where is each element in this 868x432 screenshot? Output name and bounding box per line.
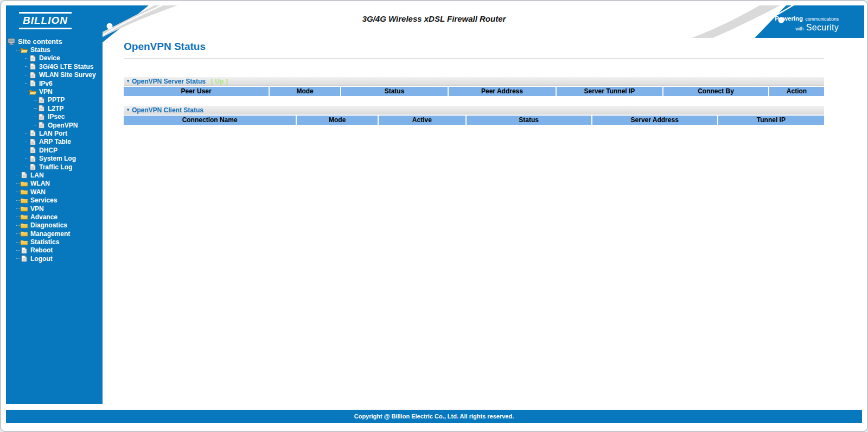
page-icon	[29, 147, 37, 154]
tagline-with: with	[795, 26, 803, 31]
main-content: OpenVPN Status ▼ OpenVPN Server Status […	[103, 38, 863, 125]
footer-copyright: Copyright @ Billion Electric Co., Ltd. A…	[6, 410, 862, 423]
sidebar-root-site-contents[interactable]: Site contents	[6, 37, 103, 46]
page-icon	[20, 171, 28, 179]
window-frame: 3G/4G Wireless xDSL Firewall Router Powe…	[0, 0, 868, 432]
folder-icon	[20, 188, 28, 195]
sidebar-item-arp-table[interactable]: ARP Table	[6, 138, 103, 146]
column-header-tunnel-ip: Tunnel IP	[718, 116, 824, 125]
page-icon	[20, 247, 28, 254]
server-status-badge: [ Up ]	[211, 78, 228, 85]
page-icon	[29, 72, 37, 79]
sidebar-item-traffic-log[interactable]: Traffic Log	[6, 163, 103, 171]
sidebar-item-system-log[interactable]: System Log	[6, 154, 103, 162]
folder-icon	[20, 230, 28, 237]
page-icon	[37, 97, 46, 104]
folder-icon	[20, 205, 28, 212]
sidebar-item-logout[interactable]: Logout	[6, 255, 103, 263]
tagline-powering: Powering	[775, 15, 803, 22]
sidebar-item-management[interactable]: Management	[6, 230, 103, 238]
page-icon	[29, 63, 37, 70]
folder-icon	[20, 180, 28, 187]
page-icon	[29, 130, 37, 137]
folder-icon	[20, 239, 28, 246]
page-icon	[37, 105, 46, 112]
openvpn-client-status-section-header[interactable]: ▼ OpenVPN Client Status	[124, 106, 824, 115]
client-section-title: OpenVPN Client Status	[132, 106, 203, 114]
brand-tagline: Powering communications with Security	[775, 14, 839, 34]
sidebar-item-lan[interactable]: LAN	[6, 171, 103, 179]
sidebar-item-pptp[interactable]: PPTP	[6, 96, 103, 104]
page-icon	[29, 155, 37, 162]
page-icon	[29, 80, 37, 87]
sidebar-item-wlan-site-survey[interactable]: WLAN Site Survey	[6, 71, 103, 79]
sidebar-item-vpn[interactable]: VPN	[6, 205, 103, 213]
client-table-header-row: Connection Name Mode Active Status Serve…	[124, 116, 824, 125]
collapse-triangle-icon: ▼	[126, 108, 130, 112]
page-icon	[37, 113, 46, 120]
page-icon	[37, 122, 46, 129]
sidebar-item-ipv6[interactable]: IPv6	[6, 79, 103, 87]
column-header-active: Active	[379, 116, 465, 125]
router-model-title: 3G/4G Wireless xDSL Firewall Router	[1, 14, 867, 23]
tagline-communications: communications	[806, 16, 839, 22]
folder-icon	[20, 222, 28, 229]
sidebar-item-wlan[interactable]: WLAN	[6, 180, 103, 188]
folder-icon	[20, 213, 28, 220]
openvpn-server-status-section-header[interactable]: ▼ OpenVPN Server Status [ Up ]	[124, 77, 824, 86]
server-table-header-row: Peer User Mode Status Peer Address Serve…	[124, 87, 824, 96]
sidebar-item-statistics[interactable]: Statistics	[6, 238, 103, 246]
sidebar-item-vpn-status[interactable]: VPN	[6, 87, 103, 96]
folder-open-icon	[20, 47, 28, 54]
column-header-status: Status	[467, 116, 591, 125]
sidebar-item-dhcp[interactable]: DHCP	[6, 146, 103, 154]
sidebar-item-wan[interactable]: WAN	[6, 188, 103, 196]
sidebar-item-3g4g-lte-status[interactable]: 3G/4G LTE Status	[6, 62, 103, 71]
column-header-server-address: Server Address	[592, 116, 717, 125]
server-section-title: OpenVPN Server Status	[132, 78, 206, 85]
sidebar-item-diagnostics[interactable]: Diagnostics	[6, 221, 103, 230]
sidebar-item-l2tp[interactable]: L2TP	[6, 104, 103, 112]
sidebar-item-services[interactable]: Services	[6, 196, 103, 204]
sidebar-item-status[interactable]: Status	[6, 46, 103, 54]
tagline-security: Security	[806, 23, 839, 32]
folder-open-icon	[29, 88, 37, 96]
column-header-server-tunnel-ip: Server Tunnel IP	[557, 87, 662, 96]
sidebar-item-device[interactable]: Device	[6, 54, 103, 62]
column-header-connect-by: Connect By	[663, 87, 768, 96]
column-header-peer-address: Peer Address	[449, 87, 556, 96]
sidebar-item-lan-port[interactable]: LAN Port	[6, 129, 103, 137]
column-header-action: Action	[769, 87, 824, 96]
sidebar-item-openvpn[interactable]: OpenVPN	[6, 121, 103, 129]
page-icon	[29, 163, 37, 170]
sidebar-item-ipsec[interactable]: IPsec	[6, 113, 103, 121]
column-header-mode: Mode	[270, 87, 340, 96]
divider	[124, 59, 824, 59]
sidebar-item-reboot[interactable]: Reboot	[6, 246, 103, 255]
page-icon	[29, 55, 37, 62]
sidebar: BILLION Site contents Status Device 3G/4…	[6, 5, 103, 404]
page-icon	[29, 138, 37, 145]
computer-icon	[8, 38, 16, 45]
page-icon	[20, 255, 28, 262]
column-header-connection-name: Connection Name	[124, 116, 296, 125]
sidebar-item-advance[interactable]: Advance	[6, 213, 103, 221]
page-title: OpenVPN Status	[124, 41, 824, 53]
column-header-mode: Mode	[297, 116, 378, 125]
site-contents-tree: Site contents Status Device 3G/4G LTE St…	[6, 5, 103, 263]
folder-icon	[20, 197, 28, 204]
column-header-peer-user: Peer User	[124, 87, 269, 96]
column-header-status: Status	[341, 87, 448, 96]
collapse-triangle-icon: ▼	[126, 79, 130, 84]
